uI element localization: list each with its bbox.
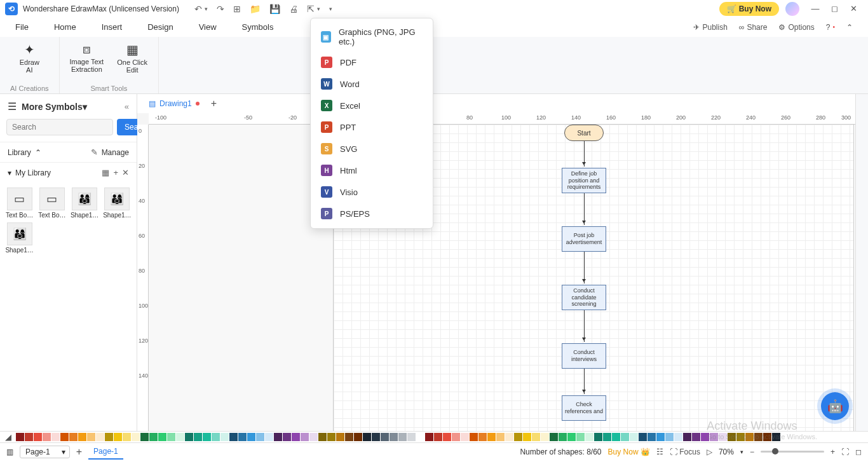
flowchart-arrow[interactable] (584, 141, 585, 167)
color-swatch[interactable] (612, 433, 620, 441)
color-swatch[interactable] (407, 433, 416, 441)
color-swatch[interactable] (309, 433, 318, 441)
app-logo[interactable]: ⟲ (5, 3, 18, 15)
color-swatch[interactable] (710, 433, 718, 441)
color-swatch[interactable] (238, 433, 247, 441)
zoom-slider[interactable] (761, 451, 824, 453)
color-swatch[interactable] (158, 433, 166, 441)
flowchart-step5[interactable]: Check references and (562, 395, 606, 421)
library-row[interactable]: Library ⌃ ✎ Manage (0, 142, 137, 162)
color-swatch[interactable] (656, 433, 665, 441)
color-swatch[interactable] (772, 433, 780, 441)
zoom-dropdown-icon[interactable]: ▾ (740, 449, 743, 455)
color-swatch[interactable] (470, 433, 478, 441)
tab-drawing1[interactable]: ▤ Drawing1 (142, 97, 206, 111)
page-list-icon[interactable]: ▥ (6, 447, 13, 456)
save-icon[interactable]: 💾 (269, 4, 280, 14)
color-swatch[interactable] (532, 433, 540, 441)
color-swatch[interactable] (265, 433, 273, 441)
export-dropdown-icon[interactable]: ▾ (317, 6, 320, 12)
flowchart-step4[interactable]: Conduct interviews (562, 343, 606, 369)
canvas[interactable]: Start Define job position and requiremen… (149, 125, 855, 431)
menu-design[interactable]: Design (147, 22, 173, 32)
color-swatch[interactable] (336, 433, 344, 441)
color-swatch[interactable] (220, 433, 229, 441)
zoom-in-button[interactable]: + (831, 447, 835, 456)
layers-icon[interactable]: ☷ (656, 447, 663, 456)
color-swatch[interactable] (461, 433, 469, 441)
color-swatch[interactable] (674, 433, 682, 441)
color-swatch[interactable] (452, 433, 460, 441)
new-icon[interactable]: ⊞ (233, 4, 241, 14)
page-selector[interactable]: Page-1 ▾ (20, 446, 70, 458)
help-button[interactable]: ?• (826, 23, 835, 32)
flowchart-arrow[interactable] (584, 310, 585, 342)
color-swatch[interactable] (87, 433, 95, 441)
export-html[interactable]: HHtml (311, 160, 433, 181)
color-swatch[interactable] (247, 433, 255, 441)
add-tab-button[interactable]: + (211, 98, 217, 109)
export-svg[interactable]: SSVG (311, 138, 433, 160)
export-excel[interactable]: XExcel (311, 95, 433, 116)
color-swatch[interactable] (203, 433, 211, 441)
color-swatch[interactable] (256, 433, 264, 441)
color-swatch[interactable] (140, 433, 149, 441)
color-swatch[interactable] (123, 433, 131, 441)
color-swatch[interactable] (728, 433, 736, 441)
color-swatch[interactable] (567, 433, 576, 441)
print-icon[interactable]: 🖨 (289, 4, 298, 14)
eyedropper-icon[interactable]: ◢ (5, 432, 11, 442)
menu-insert[interactable]: Insert (102, 22, 123, 32)
shape-item[interactable]: 👨‍👩‍👧Shape1… (103, 188, 132, 219)
focus-button[interactable]: ⛶ Focus (670, 447, 700, 456)
flowchart-step2[interactable]: Post job advertisement (562, 226, 606, 252)
buy-now-status[interactable]: Buy Now 👑 (608, 447, 650, 456)
color-swatch[interactable] (327, 433, 336, 441)
menu-view[interactable]: View (199, 22, 217, 32)
color-swatch[interactable] (621, 433, 629, 441)
color-swatch[interactable] (283, 433, 291, 441)
manage-label[interactable]: Manage (102, 148, 129, 157)
edraw-ai-button[interactable]: ✦ Edraw AI (13, 42, 45, 74)
collapse-ribbon-icon[interactable]: ⌃ (846, 23, 853, 32)
color-swatch[interactable] (43, 433, 51, 441)
shape-item[interactable]: ▭Text Bo… (5, 188, 34, 219)
color-swatch[interactable] (390, 433, 398, 441)
fit-page-icon[interactable]: ⛶ (841, 447, 849, 456)
color-swatch[interactable] (559, 433, 567, 441)
flowchart-step3[interactable]: Conduct candidate screening (562, 285, 606, 310)
color-swatch[interactable] (478, 433, 487, 441)
color-swatch[interactable] (603, 433, 611, 441)
collapse-sidebar-icon[interactable]: « (125, 102, 129, 111)
close-button[interactable]: ✕ (844, 4, 863, 13)
color-swatch[interactable] (25, 433, 33, 441)
color-swatch[interactable] (34, 433, 42, 441)
color-swatch[interactable] (443, 433, 451, 441)
color-swatch[interactable] (345, 433, 353, 441)
color-swatch[interactable] (514, 433, 522, 441)
color-swatch[interactable] (51, 433, 60, 441)
color-swatch[interactable] (78, 433, 86, 441)
color-swatch[interactable] (434, 433, 442, 441)
color-swatch[interactable] (754, 433, 763, 441)
color-swatch[interactable] (229, 433, 238, 441)
color-swatch[interactable] (354, 433, 362, 441)
color-swatch[interactable] (648, 433, 656, 441)
maximize-button[interactable]: ◻ (825, 4, 844, 13)
color-swatch[interactable] (381, 433, 389, 441)
zoom-out-button[interactable]: − (750, 447, 754, 456)
user-avatar[interactable] (785, 2, 799, 16)
customize-qat-icon[interactable]: ▾ (329, 6, 332, 12)
color-swatch[interactable] (630, 433, 638, 441)
color-swatch[interactable] (487, 433, 496, 441)
shape-item[interactable]: 👨‍👩‍👧Shape1… (71, 188, 99, 219)
add-page-button[interactable]: + (76, 446, 82, 458)
export-ppt[interactable]: PPPT (311, 116, 433, 138)
color-swatch[interactable] (683, 433, 691, 441)
share-button[interactable]: ∞Share (739, 23, 768, 32)
color-swatch[interactable] (149, 433, 158, 441)
minimize-button[interactable]: — (806, 4, 825, 13)
flowchart-arrow[interactable] (584, 193, 585, 225)
my-library-row[interactable]: ▾ My Library ▦ + ✕ (0, 162, 137, 182)
flowchart-start[interactable]: Start (564, 125, 604, 141)
